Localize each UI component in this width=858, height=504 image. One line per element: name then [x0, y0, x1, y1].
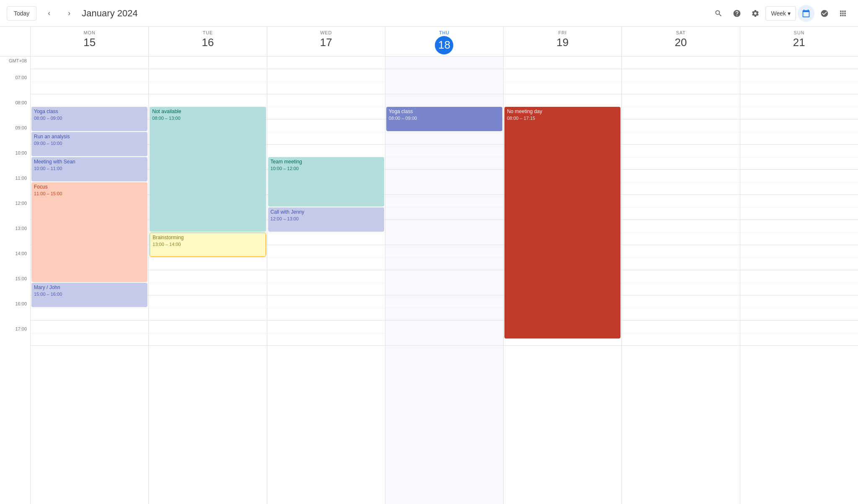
event-title: Mary / John — [34, 284, 145, 291]
event-yoga-mon[interactable]: Yoga class 08:00 – 09:00 — [31, 107, 147, 131]
event-time: 15:00 – 16:00 — [34, 291, 145, 297]
today-button[interactable]: Today — [7, 6, 36, 21]
event-time: 08:00 – 17:15 — [507, 115, 618, 121]
day-header-fri: FRI 19 — [503, 27, 621, 56]
search-button[interactable] — [710, 5, 727, 22]
view-selector[interactable]: Week ▾ — [765, 6, 796, 21]
day-name-sat: SAT — [622, 30, 739, 35]
event-title: Team meeting — [271, 159, 382, 165]
apps-button[interactable] — [835, 5, 851, 22]
day-column-thu: Yoga class 08:00 – 09:00 — [385, 57, 503, 504]
day-column-wed: Team meeting 10:00 – 12:00 Call with Jen… — [267, 57, 385, 504]
event-time: 08:00 – 13:00 — [152, 115, 263, 121]
gear-icon — [751, 9, 760, 18]
days-grid: Yoga class 08:00 – 09:00 Run an analysis… — [30, 57, 858, 504]
event-time: 12:00 – 13:00 — [271, 216, 382, 222]
event-title: Yoga class — [34, 109, 145, 115]
help-icon — [733, 9, 741, 18]
event-title: Run an analysis — [34, 134, 145, 140]
app-container: Today ‹ › January 2024 Week ▾ — [0, 0, 858, 504]
time-label-0700: 07:00 — [0, 75, 30, 100]
event-not-available[interactable]: Not available 08:00 – 13:00 — [150, 107, 266, 232]
event-time: 11:00 – 15:00 — [34, 191, 145, 196]
event-title: Call with Jenny — [271, 209, 382, 216]
gmt-label: GMT+08 — [0, 57, 30, 65]
day-number-mon: 15 — [31, 36, 148, 49]
day-name-fri: FRI — [504, 30, 621, 35]
day-number-thu: 18 — [435, 36, 453, 54]
tasks-button[interactable] — [816, 5, 833, 22]
time-label-0800: 08:00 — [0, 100, 30, 125]
event-focus[interactable]: Focus 11:00 – 15:00 — [31, 182, 147, 282]
event-title: Yoga class — [389, 109, 500, 115]
event-call-jenny[interactable]: Call with Jenny 12:00 – 13:00 — [268, 207, 384, 232]
time-label-1700: 17:00 — [0, 326, 30, 352]
month-title: January 2024 — [82, 8, 137, 19]
event-no-meeting[interactable]: No meeting day 08:00 – 17:15 — [504, 107, 620, 339]
search-icon — [714, 9, 723, 18]
event-run[interactable]: Run an analysis 09:00 – 10:00 — [31, 132, 147, 156]
day-column-fri: No meeting day 08:00 – 17:15 — [503, 57, 621, 504]
event-time: 13:00 – 14:00 — [152, 241, 263, 247]
day-name-sun: SUN — [740, 30, 858, 35]
time-label-1400: 14:00 — [0, 251, 30, 276]
grid-icon — [839, 9, 847, 18]
view-label: Week — [771, 10, 786, 17]
event-time: 09:00 – 10:00 — [34, 140, 145, 146]
event-meeting-sean[interactable]: Meeting with Sean 10:00 – 11:00 — [31, 157, 147, 181]
calendar-container: MON 15 TUE 16 WED 17 THU 18 FRI 19 SAT 2… — [0, 27, 858, 504]
event-mary-john[interactable]: Mary / John 15:00 – 16:00 — [31, 283, 147, 307]
time-label-1100: 11:00 — [0, 176, 30, 201]
event-title: Focus — [34, 184, 145, 191]
day-column-sun — [740, 57, 858, 504]
day-headers: MON 15 TUE 16 WED 17 THU 18 FRI 19 SAT 2… — [0, 27, 858, 57]
header-icons: Week ▾ — [710, 5, 851, 22]
day-number-tue: 16 — [149, 36, 266, 49]
day-column-sat — [621, 57, 739, 504]
next-button[interactable]: › — [62, 6, 77, 21]
time-label-1600: 16:00 — [0, 301, 30, 326]
day-number-sun: 21 — [740, 36, 858, 49]
gmt-spacer — [0, 27, 30, 56]
dropdown-arrow-icon: ▾ — [788, 10, 791, 17]
time-labels: GMT+08 07:00 08:00 09:00 10:00 11:00 12:… — [0, 57, 30, 504]
day-name-mon: MON — [31, 30, 148, 35]
day-header-tue: TUE 16 — [148, 27, 266, 56]
day-header-sat: SAT 20 — [621, 27, 739, 56]
prev-button[interactable]: ‹ — [41, 6, 57, 21]
help-button[interactable] — [729, 5, 745, 22]
time-label-1000: 10:00 — [0, 150, 30, 176]
calendar-icon — [802, 9, 810, 18]
event-brainstorming[interactable]: Brainstorming 13:00 – 14:00 — [150, 233, 266, 257]
event-time: 08:00 – 09:00 — [389, 115, 500, 121]
day-name-wed: WED — [267, 30, 385, 35]
day-header-mon: MON 15 — [30, 27, 148, 56]
day-number-fri: 19 — [504, 36, 621, 49]
event-yoga-thu[interactable]: Yoga class 08:00 – 09:00 — [386, 107, 502, 131]
day-name-thu: THU — [385, 30, 503, 35]
time-label-1500: 15:00 — [0, 276, 30, 301]
day-header-thu: THU 18 — [385, 27, 503, 56]
time-label-0900: 09:00 — [0, 125, 30, 150]
event-time: 10:00 – 11:00 — [34, 165, 145, 171]
day-column-mon: Yoga class 08:00 – 09:00 Run an analysis… — [30, 57, 148, 504]
event-time: 08:00 – 09:00 — [34, 115, 145, 121]
event-title: Not available — [152, 109, 263, 115]
day-number-sat: 20 — [622, 36, 739, 49]
check-circle-icon — [820, 9, 829, 18]
day-header-sun: SUN 21 — [740, 27, 858, 56]
event-team-meeting[interactable]: Team meeting 10:00 – 12:00 — [268, 157, 384, 207]
event-title: No meeting day — [507, 109, 618, 115]
day-header-wed: WED 17 — [267, 27, 385, 56]
time-label-1300: 13:00 — [0, 226, 30, 251]
settings-button[interactable] — [747, 5, 764, 22]
time-grid: GMT+08 07:00 08:00 09:00 10:00 11:00 12:… — [0, 57, 858, 504]
header: Today ‹ › January 2024 Week ▾ — [0, 0, 858, 27]
day-number-wed: 17 — [267, 36, 385, 49]
time-label-1200: 12:00 — [0, 201, 30, 226]
event-title: Brainstorming — [152, 235, 263, 241]
calendar-view-button[interactable] — [798, 5, 814, 22]
day-name-tue: TUE — [149, 30, 266, 35]
event-title: Meeting with Sean — [34, 159, 145, 165]
event-time: 10:00 – 12:00 — [271, 165, 382, 171]
